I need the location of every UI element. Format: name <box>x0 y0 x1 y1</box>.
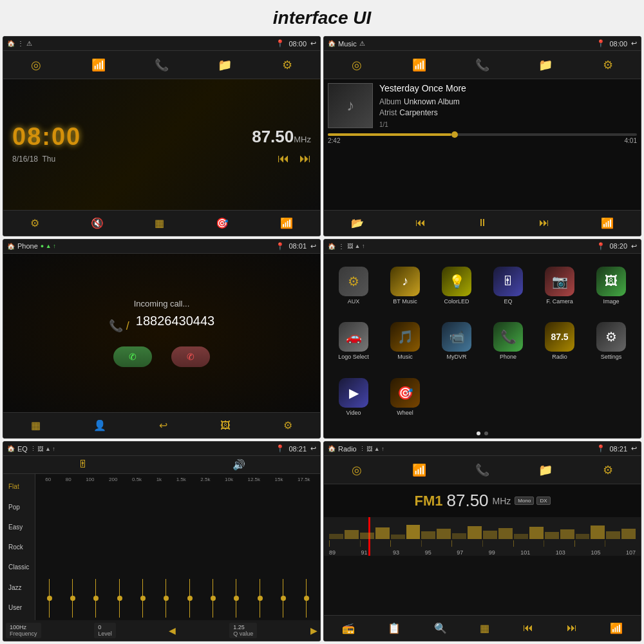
back-icon-apps[interactable]: ↩ <box>631 242 637 251</box>
prev-icon[interactable]: ⏮ <box>278 152 289 166</box>
bottom-bar-home: ⚙ 🔇 ▦ 🎯 📶 <box>3 210 320 236</box>
radio-signal-icon[interactable]: 📶 <box>610 622 623 634</box>
back-icon-eq[interactable]: ↩ <box>310 444 316 453</box>
icons-eq: ⋮ 🖼 ▲ ↑ <box>30 446 55 452</box>
app-logo-select[interactable]: 🚗 Logo Select <box>329 315 378 368</box>
back-icon-music[interactable]: ↩ <box>631 39 637 48</box>
nav-bar-music: ◎ 📶 📞 📁 ⚙ <box>324 51 641 79</box>
panel-music: 🏠 Music ⚠ 📍 08:00 ↩ ◎ 📶 📞 📁 ⚙ ♪ Yesterda… <box>323 36 641 236</box>
status-bar-home: 🏠 ⋮ ⚠ 📍 08:00 ↩ <box>3 37 320 51</box>
nav-location-radio[interactable]: ◎ <box>345 459 368 482</box>
back-icon-radio[interactable]: ↩ <box>631 444 637 453</box>
app-f-camera[interactable]: 📷 F. Camera <box>535 259 584 312</box>
app-eq[interactable]: 🎚 EQ <box>484 259 533 312</box>
bottom-mute-icon[interactable]: 🔇 <box>91 217 104 229</box>
eq-nav-next[interactable]: ▶ <box>310 625 317 636</box>
nav-settings-radio[interactable]: ⚙ <box>596 459 620 482</box>
icons-phone: ● ▲ ↑ <box>41 243 56 249</box>
status-bar-phone: 🏠 Phone ● ▲ ↑ 📍 08:01 ↩ <box>3 240 320 254</box>
radio-presets-icon[interactable]: ▦ <box>480 622 489 634</box>
preset-classic[interactable]: Classic <box>7 562 31 572</box>
preset-rock[interactable]: Rock <box>7 542 31 552</box>
next-icon[interactable]: ⏭ <box>299 152 311 166</box>
eq-level-info: 0Level <box>94 623 116 638</box>
nav-folder-music[interactable]: 📁 <box>534 53 557 77</box>
preset-flat[interactable]: Flat <box>7 482 31 491</box>
nav-location-icon[interactable]: ◎ <box>24 53 48 77</box>
radio-band: FM1 <box>415 493 443 509</box>
dialpad-icon[interactable]: ▦ <box>31 419 41 431</box>
eq-adjust-icon[interactable]: 🎚 <box>78 459 88 471</box>
nav-signal-music[interactable]: 📶 <box>408 53 431 77</box>
prev-track-icon[interactable]: ⏮ <box>415 217 426 229</box>
app-video[interactable]: ▶ Video <box>329 370 378 424</box>
nav-signal-icon[interactable]: 📶 <box>87 53 110 77</box>
status-time-radio: 08:21 <box>609 445 627 453</box>
app-color-led[interactable]: 💡 ColorLED <box>432 259 481 312</box>
icons-radio: ⋮ 🖼 ▲ ↑ <box>359 446 384 452</box>
nav-location-music[interactable]: ◎ <box>345 53 368 77</box>
radio-list-icon[interactable]: 📋 <box>388 622 401 634</box>
nav-phone-icon[interactable]: 📞 <box>150 53 173 77</box>
eq-volume-icon[interactable]: 🔊 <box>232 459 245 471</box>
reject-call-button[interactable]: ✆ <box>171 346 210 367</box>
radio-antenna-icon[interactable]: 📻 <box>342 622 355 634</box>
eq-bottom: 100HzFrequency 0Level ◀ 1.25Q value ▶ <box>3 620 320 641</box>
app-music[interactable]: 🎵 Music <box>381 315 430 368</box>
app-phone[interactable]: 📞 Phone <box>484 315 533 368</box>
app-aux[interactable]: ⚙ AUX <box>329 259 378 312</box>
accept-call-button[interactable]: ✆ <box>113 346 152 367</box>
back-icon-phone[interactable]: ↩ <box>310 242 316 251</box>
radio-prev-icon[interactable]: ⏮ <box>523 622 533 634</box>
status-bar-apps: 🏠 ⋮ 🖼 ▲ ↑ 📍 08:20 ↩ <box>324 240 641 254</box>
home-frequency: 87.50MHz <box>252 127 311 147</box>
main-grid: 🏠 ⋮ ⚠ 📍 08:00 ↩ ◎ 📶 📞 📁 ⚙ 08:00 87.50MHz <box>0 33 644 644</box>
contacts-icon[interactable]: 👤 <box>93 419 106 431</box>
incoming-text: Incoming call... <box>134 299 190 308</box>
album-art: ♪ <box>328 83 373 128</box>
radio-freq-display: FM1 87.50 MHz Mono DX <box>324 484 641 517</box>
preset-pop[interactable]: Pop <box>7 502 31 512</box>
app-image[interactable]: 🖼 Image <box>587 259 636 312</box>
bottom-apps-icon[interactable]: ▦ <box>155 217 164 229</box>
message-icon[interactable]: 🖼 <box>220 420 231 431</box>
back-icon-home[interactable]: ↩ <box>310 39 316 48</box>
preset-easy[interactable]: Easy <box>7 522 31 532</box>
gps-icon-eq: 📍 <box>276 444 285 453</box>
app-settings[interactable]: ⚙ Settings <box>587 315 636 368</box>
gps-icon-apps: 📍 <box>596 242 605 251</box>
radio-freq: 87.50 <box>447 491 489 511</box>
bottom-signal-icon[interactable]: 📶 <box>280 217 293 229</box>
app-bt-music[interactable]: ♪ BT Music <box>381 259 430 312</box>
bottom-steering-icon[interactable]: 🎯 <box>216 217 229 229</box>
signal-icon-music[interactable]: 📶 <box>601 217 614 229</box>
folder-icon-music[interactable]: 📂 <box>351 217 364 229</box>
nav-signal-radio[interactable]: 📶 <box>408 459 431 482</box>
nav-phone-music[interactable]: 📞 <box>471 53 494 77</box>
nav-folder-icon[interactable]: 📁 <box>213 53 236 77</box>
pause-icon[interactable]: ⏸ <box>477 217 488 229</box>
menu-icon[interactable]: ⋮ <box>17 40 24 47</box>
nav-phone-radio[interactable]: 📞 <box>471 459 494 482</box>
app-radio[interactable]: 87.5 Radio <box>535 315 584 368</box>
radio-next-icon[interactable]: ⏭ <box>567 622 577 634</box>
preset-user[interactable]: User <box>7 603 31 612</box>
home-nav-controls: ⏮ ⏭ <box>278 152 311 166</box>
recent-icon[interactable]: ↩ <box>159 419 167 431</box>
nav-settings-icon[interactable]: ⚙ <box>276 53 299 77</box>
music-label: Music <box>338 40 357 48</box>
preset-jazz[interactable]: Jazz <box>7 583 31 592</box>
bottom-settings-icon[interactable]: ⚙ <box>30 217 39 229</box>
nav-folder-radio[interactable]: 📁 <box>534 459 557 482</box>
app-mydvr[interactable]: 📹 MyDVR <box>432 315 481 368</box>
eq-nav-prev[interactable]: ◀ <box>169 625 176 636</box>
next-track-icon[interactable]: ⏭ <box>539 217 549 229</box>
radio-search-icon[interactable]: 🔍 <box>434 622 447 634</box>
home-icon-music: 🏠 <box>328 40 336 47</box>
bluetooth-settings-icon[interactable]: ⚙ <box>283 419 292 431</box>
nav-settings-music[interactable]: ⚙ <box>596 53 620 77</box>
status-bar-eq: 🏠 EQ ⋮ 🖼 ▲ ↑ 📍 08:21 ↩ <box>3 442 320 456</box>
menu-icon-apps[interactable]: ⋮ <box>338 243 345 250</box>
eq-freq-info: 100HzFrequency <box>6 623 41 638</box>
app-wheel[interactable]: 🎯 Wheel <box>381 370 430 424</box>
